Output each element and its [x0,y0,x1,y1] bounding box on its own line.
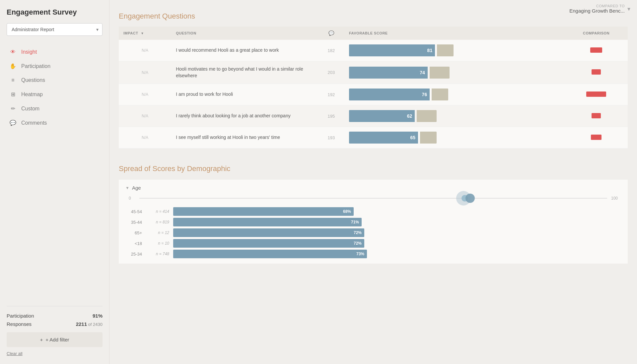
questions-table: IMPACT ▼ QUESTION 💬 FAVORABLE SCORE COMP… [119,27,628,149]
sidebar-item-heatmap[interactable]: ⊞ Heatmap [7,87,103,101]
report-dropdown-wrapper[interactable]: Administrator Report ▾ [7,23,103,36]
sidebar-item-insight[interactable]: 👁 Insight [7,45,103,59]
demo-bar: 68% [173,207,354,216]
compared-to-label: COMPARED TO [596,4,625,8]
sort-icon: ▼ [141,31,144,35]
slider-min-label: 0 [129,196,135,201]
count-cell: 203 [318,61,344,84]
score-cell: 76 [344,84,565,105]
demo-age-label: 25-34 [125,252,142,257]
demo-bar: 72% [173,228,364,237]
table-row: N/A I am proud to work for Hooli 192 76 [119,84,628,105]
score-cell: 81 [344,40,565,61]
score-bar-container: 76 [349,89,560,100]
sidebar-item-custom[interactable]: ✏ Custom [7,101,103,116]
comment-icon: 💬 [9,120,17,126]
comment-bubble-icon: 💬 [328,30,334,36]
demo-bar-wrap: 72% [173,228,621,237]
demographic-section-title: Spread of Scores by Demographic [119,164,628,173]
engagement-questions-title: Engagement Questions [119,7,628,21]
sidebar-item-participation[interactable]: ✋ Participation [7,59,103,73]
page-title: Engagement Survey [7,8,103,17]
score-bar: 81 [349,44,435,56]
responses-stat-row: Responses 2211 of 2430 [7,321,103,327]
add-filter-label: + Add filter [45,337,69,342]
age-slider-container[interactable]: 0 100 [125,196,621,201]
question-cell: I would recommend Hooli as a great place… [171,40,318,61]
compared-to-value: Engaging Growth Benc... [569,8,625,14]
demo-age-label: 45-54 [125,209,142,214]
add-filter-button[interactable]: + + Add filter [7,332,103,347]
demographic-rows: 45-54 n = 414 68% 35-44 n = 819 71% 65+ … [125,207,621,258]
benchmark-bar [417,110,437,122]
sidebar-item-questions[interactable]: ≡ Questions [7,73,103,87]
demo-age-label: <18 [125,241,142,246]
comparison-bar [586,91,606,97]
sidebar-label-comments: Comments [21,120,47,126]
benchmark-bar [437,44,454,56]
demo-row: 65+ n = 12 72% [125,228,621,237]
comparison-cell [565,84,628,105]
impact-cell: N/A [119,61,171,84]
sidebar-label-participation: Participation [21,63,50,69]
main-content: COMPARED TO Engaging Growth Benc... ▾ En… [109,0,637,364]
question-cell: I see myself still working at Hooli in t… [171,127,318,149]
sidebar: Engagement Survey Administrator Report ▾… [0,0,109,364]
sidebar-label-questions: Questions [21,77,45,83]
sidebar-item-comments[interactable]: 💬 Comments [7,116,103,130]
demo-row: <18 n = 10 72% [125,239,621,248]
score-cell: 65 [344,127,565,149]
benchmark-bar [430,67,450,79]
impact-cell: N/A [119,40,171,61]
benchmark-bar [420,132,437,144]
grid-icon: ⊞ [9,91,17,97]
age-header: ▼ Age [125,185,621,191]
comparison-cell [565,127,628,149]
sidebar-label-custom: Custom [21,106,39,112]
score-bar-container: 81 [349,44,560,56]
stats-section: Participation 91% Responses 2211 of 2430… [7,306,103,356]
compared-to-text: COMPARED TO Engaging Growth Benc... [569,4,625,14]
comparison-bar [592,113,601,118]
demo-n-label: n = 819 [146,220,169,224]
col-comparison: COMPARISON [565,27,628,40]
score-cell: 62 [344,105,565,127]
hand-icon: ✋ [9,63,17,69]
demo-bar-wrap: 71% [173,218,621,226]
clear-all-link[interactable]: Clear all [7,351,103,356]
comparison-cell [565,40,628,61]
slider-max-label: 100 [611,196,618,201]
list-icon: ≡ [9,77,17,83]
participation-stat-row: Participation 91% [7,313,103,319]
sidebar-nav: 👁 Insight ✋ Participation ≡ Questions ⊞ … [7,45,103,130]
count-cell: 192 [318,84,344,105]
demo-bar: 73% [173,250,367,258]
table-row: N/A Hooli motivates me to go beyond what… [119,61,628,84]
col-impact[interactable]: IMPACT ▼ [119,27,171,40]
col-question: QUESTION [171,27,318,40]
table-row: N/A I see myself still working at Hooli … [119,127,628,149]
demo-row: 35-44 n = 819 71% [125,218,621,226]
question-cell: Hooli motivates me to go beyond what I w… [171,61,318,84]
comparison-cell [565,61,628,84]
col-favorable-score: FAVORABLE SCORE [344,27,565,40]
impact-cell: N/A [119,84,171,105]
slider-thumb-inner[interactable] [465,194,475,203]
comparison-bar [590,47,602,53]
age-label: Age [132,185,141,191]
participation-label: Participation [7,313,34,319]
score-bar: 62 [349,110,415,122]
demo-n-label: n = 10 [146,241,169,246]
impact-cell: N/A [119,105,171,127]
eye-icon: 👁 [9,49,17,55]
age-slider-track[interactable] [139,198,607,199]
responses-value: 2211 of 2430 [76,321,103,327]
demo-bar-wrap: 72% [173,239,621,248]
compared-to-bar[interactable]: COMPARED TO Engaging Growth Benc... ▾ [563,0,637,18]
demo-n-label: n = 12 [146,230,169,235]
score-bar-container: 74 [349,67,560,79]
demo-bar-wrap: 73% [173,250,621,258]
demo-row: 25-34 n = 748 73% [125,250,621,258]
report-dropdown[interactable]: Administrator Report [7,23,103,36]
demo-bar-wrap: 68% [173,207,621,216]
